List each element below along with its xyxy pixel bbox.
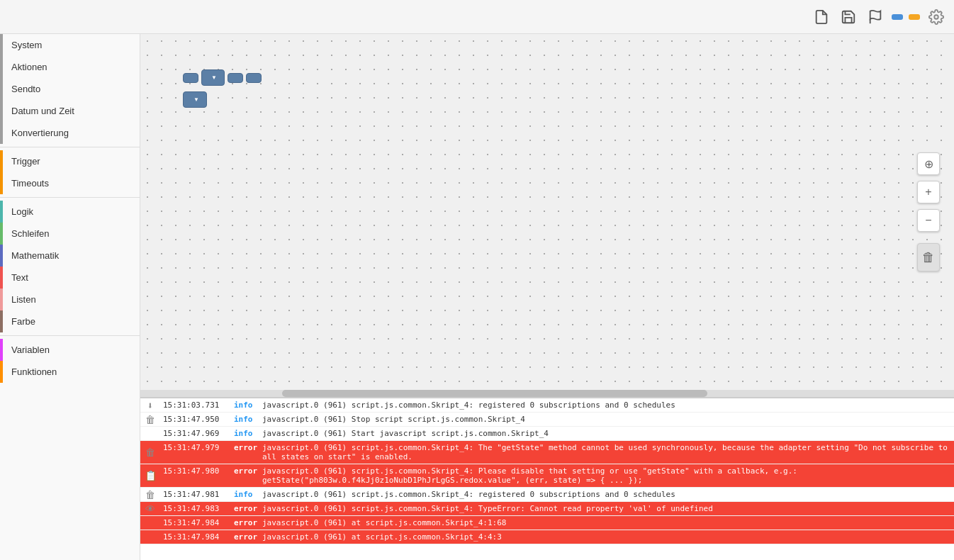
wert-block[interactable]: ▼	[201, 69, 225, 86]
log-time: 15:31:47.950	[160, 413, 231, 426]
canvas-scrollbar-thumb[interactable]	[282, 390, 707, 397]
sidebar: SystemAktionenSendtoDatum und ZeitKonver…	[0, 34, 140, 560]
log-time: 15:31:47.969	[160, 427, 231, 440]
log-level: error	[231, 441, 259, 464]
log-row: 🗑15:31:47.981infojavascript.0 (961) scri…	[140, 488, 954, 502]
log-row: 📋15:31:47.980errorjavascript.0 (961) scr…	[140, 464, 954, 488]
log-message: javascript.0 (961) at script.js.common.S…	[259, 516, 954, 530]
log-time: 15:31:47.983	[160, 502, 231, 515]
log-message: javascript.0 (961) at script.js.common.S…	[259, 530, 954, 544]
sidebar-item-listen[interactable]: Listen	[0, 289, 140, 310]
log-icon: 🗑	[140, 488, 160, 501]
sidebar-item-text[interactable]: Text	[0, 267, 140, 289]
sidebar-item-logik[interactable]: Logik	[0, 201, 140, 223]
log-message: javascript.0 (961) script.js.common.Skri…	[259, 488, 954, 501]
log-icon: ⬇	[140, 398, 160, 412]
toolbar	[0, 0, 954, 34]
js-badge[interactable]	[909, 14, 920, 20]
log-level: info	[231, 427, 259, 440]
block-row-main: ▼	[183, 69, 262, 86]
log-time: 15:31:47.980	[160, 464, 231, 487]
log-icon	[140, 516, 160, 530]
log-icon	[140, 427, 160, 440]
zoom-center-btn[interactable]: ⊕	[917, 152, 940, 175]
log-time: 15:31:47.984	[160, 516, 231, 530]
block-group: ▼ ▼	[183, 69, 262, 108]
flag-icon[interactable]	[865, 6, 886, 28]
blockly-canvas[interactable]: ▼ ▼	[140, 34, 954, 390]
log-icon: 📋	[140, 464, 160, 487]
log-level: error	[231, 502, 259, 515]
log-row: 15:31:47.969infojavascript.0 (961) Start…	[140, 427, 954, 441]
log-level: info	[231, 413, 259, 426]
sidebar-divider	[0, 147, 140, 147]
sidebar-item-aktionen[interactable]: Aktionen	[0, 56, 140, 78]
trash-btn-wrapper: 🗑	[917, 243, 940, 271]
log-message: javascript.0 (961) Stop script script.js…	[259, 413, 954, 426]
main-area: SystemAktionenSendtoDatum und ZeitKonver…	[0, 34, 954, 560]
log-panel: ⬇15:31:03.731infojavascript.0 (961) scri…	[140, 397, 954, 560]
redox-block[interactable]	[246, 73, 262, 83]
sidebar-item-system[interactable]: System	[0, 34, 140, 56]
sidebar-item-variablen[interactable]: Variablen	[0, 339, 140, 361]
log-icon: 👁	[140, 502, 160, 515]
sidebar-item-datum[interactable]: Datum und Zeit	[0, 100, 140, 122]
log-icon: 🗑	[140, 441, 160, 464]
sidebar-divider	[0, 335, 140, 336]
vom-block	[228, 73, 243, 83]
log-row: 15:31:47.984errorjavascript.0 (961) at s…	[140, 530, 954, 544]
blockly-badge[interactable]	[892, 14, 903, 20]
debug-output-block[interactable]	[183, 73, 198, 83]
sidebar-item-konvertierung[interactable]: Konvertierung	[0, 122, 140, 144]
save-icon[interactable]	[838, 6, 859, 28]
info-block[interactable]: ▼	[183, 91, 207, 108]
log-message: javascript.0 (961) script.js.common.Skri…	[259, 464, 954, 487]
log-level: error	[231, 464, 259, 487]
sidebar-item-trigger[interactable]: Trigger	[0, 150, 140, 172]
canvas-controls: ⊕ + − 🗑	[917, 152, 940, 271]
wert-dropdown-icon: ▼	[211, 74, 217, 81]
sidebar-item-timeouts[interactable]: Timeouts	[0, 172, 140, 194]
settings-icon[interactable]	[926, 6, 947, 28]
trash-icon[interactable]: 🗑	[917, 243, 940, 271]
log-message: javascript.0 (961) Start javascript scri…	[259, 427, 954, 440]
sidebar-item-schleifen[interactable]: Schleifen	[0, 223, 140, 245]
block-row-info: ▼	[183, 89, 262, 108]
log-time: 15:31:47.984	[160, 530, 231, 544]
sidebar-item-sendto[interactable]: Sendto	[0, 78, 140, 100]
zoom-in-btn[interactable]: +	[917, 181, 940, 203]
info-dropdown-icon: ▼	[193, 96, 199, 103]
log-level: error	[231, 516, 259, 530]
log-row: 🗑15:31:47.950infojavascript.0 (961) Stop…	[140, 413, 954, 427]
log-time: 15:31:47.981	[160, 488, 231, 501]
log-row: 🗑15:31:47.979errorjavascript.0 (961) scr…	[140, 441, 954, 464]
log-message: javascript.0 (961) script.js.common.Skri…	[259, 398, 954, 412]
new-file-icon[interactable]	[811, 6, 832, 28]
log-time: 15:31:47.979	[160, 441, 231, 464]
log-level: info	[231, 398, 259, 412]
zoom-out-btn[interactable]: −	[917, 209, 940, 232]
log-icon: 🗑	[140, 413, 160, 426]
log-row: ⬇15:31:03.731infojavascript.0 (961) scri…	[140, 398, 954, 413]
log-time: 15:31:03.731	[160, 398, 231, 412]
log-level: error	[231, 530, 259, 544]
canvas-scrollbar[interactable]	[140, 390, 954, 397]
log-icon	[140, 530, 160, 544]
log-row: 👁15:31:47.983errorjavascript.0 (961) scr…	[140, 502, 954, 516]
log-message: javascript.0 (961) script.js.common.Skri…	[259, 441, 954, 464]
sidebar-item-funktionen[interactable]: Funktionen	[0, 361, 140, 383]
sidebar-item-farbe[interactable]: Farbe	[0, 310, 140, 332]
log-row: 15:31:47.984errorjavascript.0 (961) at s…	[140, 516, 954, 530]
canvas-wrapper: ▼ ▼	[140, 34, 954, 560]
sidebar-divider	[0, 197, 140, 198]
sidebar-item-math[interactable]: Mathematik	[0, 245, 140, 267]
log-message: javascript.0 (961) script.js.common.Skri…	[259, 502, 954, 515]
log-level: info	[231, 488, 259, 501]
svg-point-1	[934, 15, 938, 19]
